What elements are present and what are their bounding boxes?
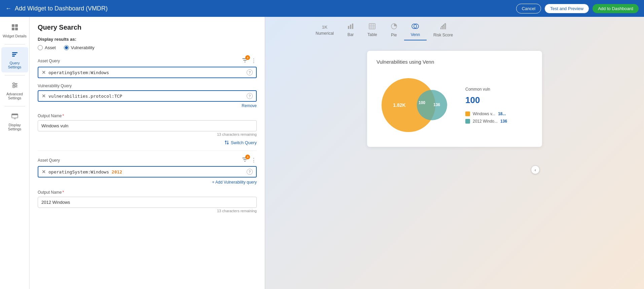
asset-query-input-2[interactable]: ✕ operatingSystem:Windows 2012 ? [38,166,257,178]
filter-badge-2: 4 [245,155,250,159]
svg-rect-6 [12,56,15,57]
svg-rect-5 [12,54,16,55]
tab-risk-score[interactable]: Risk Score [427,20,460,41]
svg-rect-15 [14,119,16,119]
main-layout: Widget Details Query Settings Advanced S… [0,17,644,289]
sidebar-item-label: Display Settings [3,123,27,131]
output-name-section-2: Output Name* 13 characters remaining [38,190,257,213]
svg-rect-19 [369,24,375,29]
asset-query-label-1: Asset Query [38,59,60,63]
sidebar-item-advanced-settings[interactable]: Advanced Settings [1,78,28,103]
legend-label-2: 2012 Windo... [473,119,498,124]
tab-bar[interactable]: Bar [341,21,361,40]
query-actions-2: 4 ⋮ [242,156,257,164]
query-actions-1: 4 ⋮ [242,57,257,65]
asset-query-text-2: operatingSystem:Windows 2012 [48,169,244,174]
radio-asset-input[interactable] [38,45,43,50]
chart-content: 1.82K 100 136 Common vuln 100 Windows v.… [377,71,533,139]
svg-rect-17 [350,25,351,29]
legend-color-1 [465,111,470,116]
sidebar-item-display-settings[interactable]: Display Settings [1,109,28,134]
header-left: ← Add Widget to Dashboard (VMDR) [5,5,108,12]
clear-asset-query-icon-1[interactable]: ✕ [42,70,46,75]
filter-icon-wrap-2[interactable]: 4 [242,156,248,164]
content-panel: Query Search Display results as: Asset V… [30,17,265,289]
tab-venn[interactable]: Venn [404,21,427,40]
legend-value-2: 136 [500,119,507,124]
venn-overlap-value: 100 [419,100,425,105]
svg-rect-27 [440,28,441,29]
legend-item-2: 2012 Windo... 136 [465,119,507,124]
asset-query-section-1: Asset Query 4 ⋮ ✕ operatingSystem:Window… [38,57,257,78]
venn-icon [412,23,419,31]
switch-query-icon [224,140,229,145]
numerical-icon: 1K [322,25,328,30]
vuln-query-text-1: vulnerabilities.protocol:TCP [48,94,244,99]
remove-button-1[interactable]: Remove [242,103,257,108]
tab-label: Numerical [316,31,334,36]
svg-point-11 [15,85,16,86]
legend-item-1: Windows v... 18... [465,111,507,116]
section-separator [38,151,257,151]
svg-rect-0 [12,24,14,27]
legend-label-1: Windows v... [473,111,495,116]
svg-point-10 [13,83,14,85]
bar-icon [347,23,354,31]
vuln-query-label-1: Vulnerability Query [38,84,72,88]
filter-icon-wrap-1[interactable]: 4 [242,57,248,65]
common-vuln-value: 100 [465,95,507,105]
legend-value-1: 18... [498,111,506,116]
radio-vulnerability[interactable]: Vulnerability [64,45,95,50]
test-preview-button[interactable]: Test and Preview [544,4,589,13]
cancel-button[interactable]: Cancel [516,4,541,13]
page-title: Add Widget to Dashboard (VMDR) [15,5,108,12]
panel-title: Query Search [38,24,257,31]
svg-point-12 [13,86,14,88]
svg-rect-4 [12,52,17,53]
back-icon[interactable]: ← [5,5,11,12]
sidebar-item-query-settings[interactable]: Query Settings [1,47,28,72]
asset-query-input-1[interactable]: ✕ operatingSystem:Windows ? [38,67,257,78]
tab-label: Bar [348,32,354,37]
collapse-panel-button[interactable]: ‹ [531,165,540,174]
output-name-section-1: Output Name* 13 characters remaining [38,114,257,136]
sidebar: Widget Details Query Settings Advanced S… [0,17,30,289]
switch-query-button[interactable]: Switch Query [224,140,257,145]
vuln-query-section-1: Vulnerability Query ✕ vulnerabilities.pr… [38,84,257,108]
output-name-input-2[interactable] [38,197,257,208]
advanced-settings-icon [11,82,19,91]
add-to-dashboard-button[interactable]: Add to Dashboard [593,4,639,13]
more-options-icon-1[interactable]: ⋮ [251,58,257,64]
chart-tabs: 1K Numerical Bar Table Pie [299,17,644,41]
tab-numerical[interactable]: 1K Numerical [309,22,341,39]
tab-table[interactable]: Table [361,21,384,40]
display-results-label: Display results as: [38,37,257,42]
help-icon-asset-1[interactable]: ? [247,69,253,75]
sidebar-item-label: Query Settings [3,61,27,69]
clear-asset-query-icon-2[interactable]: ✕ [42,169,46,174]
vuln-query-input-1[interactable]: ✕ vulnerabilities.protocol:TCP ? [38,90,257,102]
chart-legend: Common vuln 100 Windows v... 18... 2012 … [465,87,507,124]
help-icon-asset-2[interactable]: ? [247,169,253,175]
chars-remaining-2: 13 characters remaining [38,209,257,213]
add-vulnerability-query-button[interactable]: + Add Vulnerability query [212,180,257,185]
switch-query-wrap: Switch Query [38,140,257,145]
header-actions: Cancel Test and Preview Add to Dashboard [516,4,639,13]
svg-rect-14 [12,114,18,115]
display-settings-icon [11,113,19,122]
help-icon-vuln-1[interactable]: ? [247,93,253,99]
sidebar-item-widget-details[interactable]: Widget Details [1,20,28,41]
legend-color-2 [465,119,470,124]
risk-score-icon [440,23,446,31]
tab-label: Pie [391,33,397,37]
venn-right-value: 136 [433,102,440,107]
more-options-icon-2[interactable]: ⋮ [251,157,257,163]
output-name-input-1[interactable] [38,120,257,131]
widget-details-icon [11,24,19,33]
tab-pie[interactable]: Pie [384,20,404,41]
clear-vuln-query-icon-1[interactable]: ✕ [42,93,46,99]
radio-group: Asset Vulnerability [38,45,257,50]
radio-vulnerability-input[interactable] [64,45,69,50]
switch-query-label: Switch Query [231,140,257,145]
radio-asset[interactable]: Asset [38,45,56,50]
